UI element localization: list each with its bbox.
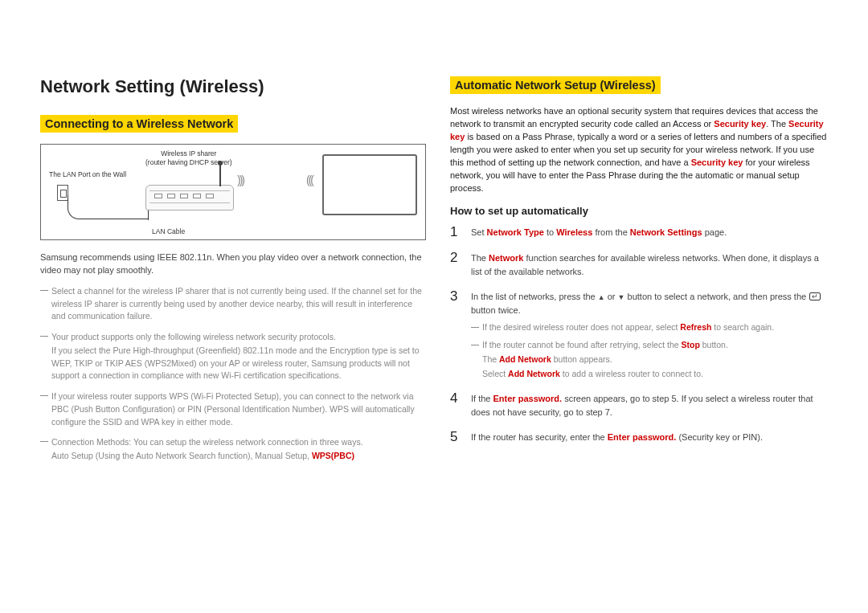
step-item: 4 If the Enter password. screen appears,… xyxy=(450,391,828,419)
page-title: Network Setting (Wireless) xyxy=(40,76,426,97)
step-item: 2 The Network function searches for avai… xyxy=(450,251,828,278)
step-number: 3 xyxy=(450,289,461,380)
section-heading-connecting: Connecting to a Wireless Network xyxy=(40,115,238,133)
network-diagram: Wireless IP sharer (router having DHCP s… xyxy=(40,144,426,240)
up-arrow-icon: ▲ xyxy=(598,292,605,304)
note-item: If your wireless router supports WPS (Wi… xyxy=(40,390,426,428)
down-arrow-icon: ▼ xyxy=(618,292,625,304)
notes-list: Select a channel for the wireless IP sha… xyxy=(40,285,426,463)
step-item: 5 If the router has security, enter the … xyxy=(450,430,828,445)
note-item: Connection Methods: You can setup the wi… xyxy=(40,436,426,463)
step-item: 3 In the list of networks, press the ▲ o… xyxy=(450,289,828,380)
wifi-waves-icon-2: ((( xyxy=(306,174,313,186)
step-item: 1 Set Network Type to Wireless from the … xyxy=(450,225,828,240)
sub-note-plain: The Add Network button appears. xyxy=(471,353,828,366)
section-heading-auto-setup: Automatic Network Setup (Wireless) xyxy=(450,76,661,94)
right-column: Automatic Network Setup (Wireless) Most … xyxy=(450,76,828,471)
step-number: 1 xyxy=(450,225,461,240)
router-icon xyxy=(145,185,234,210)
lan-cable-line xyxy=(68,195,148,219)
display-screen-icon xyxy=(322,154,417,215)
step-number: 5 xyxy=(450,430,461,445)
step-number: 2 xyxy=(450,251,461,278)
note-item: Your product supports only the following… xyxy=(40,331,426,382)
diagram-label-cable: LAN Cable xyxy=(152,227,185,235)
auto-setup-intro: Most wireless networks have an optional … xyxy=(450,105,828,195)
sub-note: If the desired wireless router does not … xyxy=(471,321,828,334)
left-column: Network Setting (Wireless) Connecting to… xyxy=(40,76,426,471)
wall-port-icon xyxy=(57,185,68,201)
note-item: Select a channel for the wireless IP sha… xyxy=(40,285,426,323)
enter-icon xyxy=(809,292,821,300)
intro-paragraph: Samsung recommends using IEEE 802.11n. W… xyxy=(40,251,426,277)
diagram-label-wall: The LAN Port on the Wall xyxy=(49,170,126,178)
sub-note-plain: Select Add Network to add a wireless rou… xyxy=(471,368,828,381)
antenna-icon xyxy=(219,162,221,186)
subheading-how-to: How to set up automatically xyxy=(450,205,828,217)
step-number: 4 xyxy=(450,391,461,419)
sub-note: If the router cannot be found after retr… xyxy=(471,339,828,352)
wifi-waves-icon: ))) xyxy=(237,174,244,186)
steps-list: 1 Set Network Type to Wireless from the … xyxy=(450,225,828,445)
